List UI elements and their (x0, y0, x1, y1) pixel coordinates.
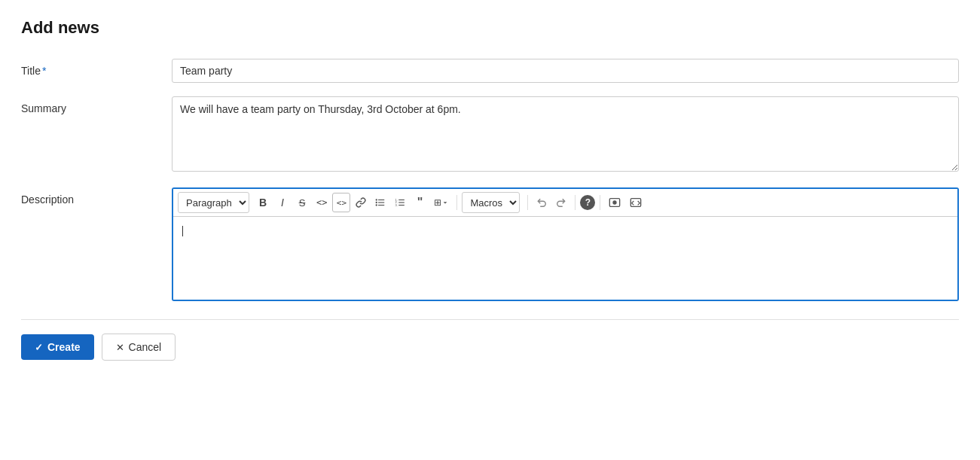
svg-point-13 (613, 201, 616, 204)
cursor (182, 226, 183, 236)
svg-rect-9 (399, 202, 405, 203)
title-label: Title* (21, 59, 172, 77)
source-button[interactable] (626, 193, 646, 212)
toolbar-separator-4 (600, 195, 600, 210)
summary-control: We will have a team party on Thursday, 3… (172, 96, 959, 174)
svg-rect-3 (379, 202, 385, 203)
svg-point-2 (376, 202, 377, 203)
svg-text:3.: 3. (395, 203, 398, 207)
undo-button[interactable] (533, 193, 551, 212)
svg-point-4 (376, 204, 377, 206)
footer-divider (21, 319, 959, 320)
description-row: Description Paragraph Heading 1 Heading … (21, 187, 959, 301)
bold-button[interactable]: B (254, 193, 272, 212)
svg-rect-5 (379, 205, 385, 206)
inline-code-button[interactable]: <> (313, 193, 331, 212)
svg-rect-1 (379, 200, 385, 200)
description-editor[interactable] (173, 217, 957, 300)
check-icon: ✓ (35, 342, 43, 353)
title-input[interactable] (172, 59, 959, 83)
summary-label: Summary (21, 96, 172, 114)
macros-select[interactable]: Macros (462, 192, 520, 213)
footer-buttons: ✓ Create ✕ Cancel (21, 334, 959, 361)
help-button[interactable]: ? (580, 195, 595, 210)
title-required: * (42, 65, 46, 77)
svg-rect-7 (399, 200, 405, 200)
preview-button[interactable] (605, 193, 624, 212)
paragraph-select[interactable]: Paragraph Heading 1 Heading 2 Heading 3 (178, 192, 249, 213)
toolbar-separator-1 (456, 195, 457, 210)
strikethrough-button[interactable]: S (293, 193, 311, 212)
blockquote-button[interactable]: " (411, 193, 429, 212)
numbered-list-button[interactable]: 1. 2. 3. (391, 193, 409, 212)
link-button[interactable] (352, 193, 370, 212)
toolbar-separator-2 (527, 195, 528, 210)
create-button[interactable]: ✓ Create (21, 334, 94, 360)
summary-row: Summary We will have a team party on Thu… (21, 96, 959, 174)
title-row: Title* (21, 59, 959, 83)
toolbar-separator-3 (575, 195, 575, 210)
bullet-list-button[interactable] (371, 193, 389, 212)
rich-text-editor: Paragraph Heading 1 Heading 2 Heading 3 … (172, 187, 959, 301)
code-block-button[interactable]: <> (332, 193, 350, 212)
table-button[interactable]: ⊞ (430, 193, 452, 212)
cancel-button[interactable]: ✕ Cancel (102, 334, 176, 361)
svg-rect-11 (399, 205, 405, 206)
rte-toolbar: Paragraph Heading 1 Heading 2 Heading 3 … (173, 189, 957, 217)
redo-button[interactable] (552, 193, 570, 212)
title-control (172, 59, 959, 83)
page-title: Add news (21, 18, 959, 38)
svg-point-0 (376, 199, 377, 200)
description-control: Paragraph Heading 1 Heading 2 Heading 3 … (172, 187, 959, 301)
italic-button[interactable]: I (273, 193, 292, 212)
summary-input[interactable]: We will have a team party on Thursday, 3… (172, 96, 959, 172)
x-icon: ✕ (116, 342, 124, 353)
description-label: Description (21, 187, 172, 206)
